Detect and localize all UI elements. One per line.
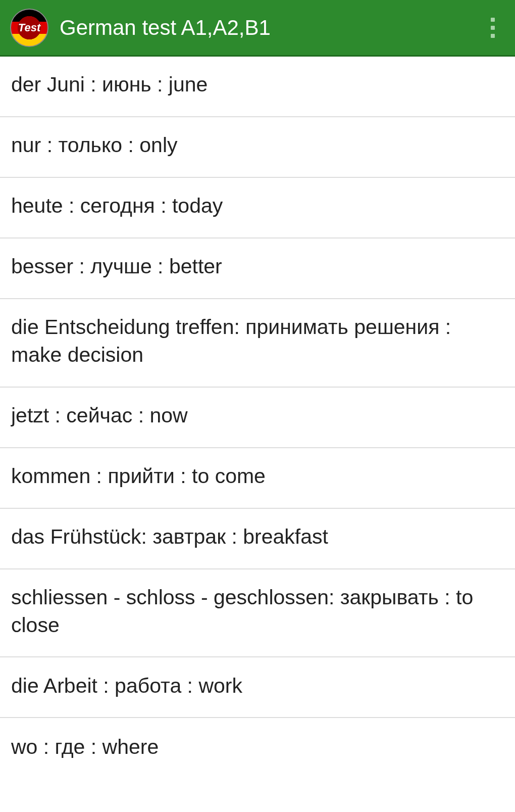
list-item[interactable]: besser : лучше : better <box>0 238 515 299</box>
list-item[interactable]: nur : только : only <box>0 117 515 178</box>
vocabulary-entry: nur : только : only <box>11 131 178 159</box>
list-item[interactable]: das Frühstück: завтрак : breakfast <box>0 509 515 569</box>
vocabulary-entry: das Frühstück: завтрак : breakfast <box>11 523 328 551</box>
vocabulary-entry: wo : где : where <box>11 733 159 761</box>
vocabulary-list: der Juni : июнь : june nur : только : on… <box>0 57 515 810</box>
list-item[interactable]: jetzt : сейчас : now <box>0 388 515 448</box>
overflow-menu-button[interactable] <box>481 16 505 40</box>
list-item[interactable]: die Entscheidung treffen: принимать реше… <box>0 299 515 388</box>
list-item[interactable]: kommen : прийти : to come <box>0 448 515 509</box>
overflow-dot-icon <box>491 18 495 22</box>
app-title: German test A1,A2,B1 <box>60 16 481 40</box>
vocabulary-entry: besser : лучше : better <box>11 253 222 280</box>
vocabulary-entry: die Entscheidung treffen: принимать реше… <box>11 313 504 369</box>
vocabulary-entry: die Arbeit : работа : work <box>11 672 242 700</box>
vocabulary-entry: kommen : прийти : to come <box>11 462 266 490</box>
list-item[interactable]: die Arbeit : работа : work <box>0 657 515 718</box>
vocabulary-entry: jetzt : сейчас : now <box>11 402 188 429</box>
app-header: German test A1,A2,B1 <box>0 0 515 57</box>
overflow-dot-icon <box>491 26 495 30</box>
overflow-dot-icon <box>491 34 495 38</box>
list-item[interactable]: schliessen - schloss - geschlossen: закр… <box>0 569 515 658</box>
list-item[interactable]: der Juni : июнь : june <box>0 57 515 117</box>
vocabulary-entry: schliessen - schloss - geschlossen: закр… <box>11 584 504 640</box>
vocabulary-entry: der Juni : июнь : june <box>11 71 208 99</box>
list-item[interactable]: heute : сегодня : today <box>0 178 515 238</box>
vocabulary-entry: heute : сегодня : today <box>11 192 223 220</box>
list-item[interactable]: wo : где : where <box>0 718 515 779</box>
app-icon <box>10 9 48 47</box>
